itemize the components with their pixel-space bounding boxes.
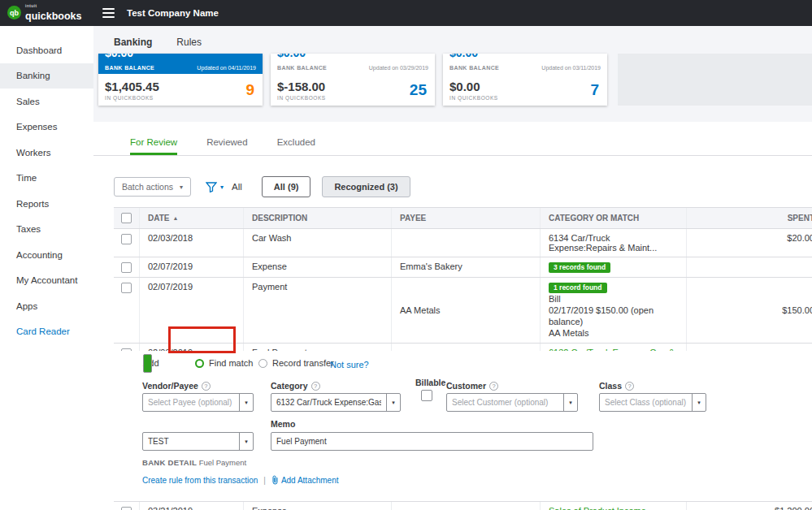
payee-value-select[interactable]: ▾ [142,432,254,451]
chevron-down-icon[interactable]: ▾ [386,394,400,411]
bank-detail: BANK DETAIL Fuel Payment [142,458,246,467]
bank-balance-label: BANK BALANCE [105,65,154,71]
cell-category: Sales of Product Income [541,502,687,510]
sidebar-item-accounting[interactable]: Accounting [0,242,93,268]
card-1-count: 9 [245,81,254,99]
cell-description: Expense [244,257,392,277]
card-3-bank-balance-clipped: $0.00 [443,54,607,61]
chevron-down-icon[interactable]: ▾ [239,394,253,411]
vendor-payee-select[interactable]: ▾ [142,393,254,412]
row-checkbox[interactable] [121,507,132,510]
vendor-payee-input[interactable] [143,394,239,411]
table-row[interactable]: 02/07/2019 Payment AA Metals 1 record fo… [114,278,812,344]
card-1-amount: $1,405.45 [105,80,159,93]
category-input[interactable] [271,394,386,411]
sidebar-item-taxes[interactable]: Taxes [0,217,93,243]
chevron-down-icon[interactable]: ▾ [239,433,253,450]
cell-description: Fuel Payment [244,344,392,351]
help-icon[interactable]: ? [625,382,634,391]
sidebar-item-dashboard[interactable]: Dashboard [0,37,93,63]
tab-rules[interactable]: Rules [176,37,202,48]
class-select[interactable]: ▾ [599,393,706,412]
card-3-strip: BANK BALANCE Updated on 03/11/2019 [443,61,607,74]
account-card-2[interactable]: $0.00 BANK BALANCE Updated on 03/29/2019… [271,54,435,106]
topbar: qb intuit quickbooks Test Company Name [0,0,812,26]
table-row-clipped[interactable]: 02/08/2019 Fuel Payment 6132 Car/Truck E… [114,344,812,351]
sidebar-item-sales[interactable]: Sales [0,89,93,115]
help-icon[interactable]: ? [311,382,320,391]
batch-actions-button[interactable]: Batch actions ▾ [114,177,191,197]
cell-payee [392,502,541,510]
table-row[interactable]: 02/03/2018 Car Wash 6134 Car/Truck Expen… [114,229,812,257]
cell-spent: $1,200.00 [687,502,812,510]
review-tabs: For Review Reviewed Excluded [93,122,812,156]
card-2-strip: BANK BALANCE Updated on 03/29/2019 [271,61,435,74]
header-date[interactable]: DATE▲ [140,208,244,228]
table-header-row: DATE▲ DESCRIPTION PAYEE CATEGORY OR MATC… [114,208,812,229]
radio-record-transfer-label: Record transfer [272,358,334,368]
panel-links: Create rule from this transaction | Add … [142,475,339,485]
sidebar-item-my-accountant[interactable]: My Accountant [0,268,93,294]
help-icon[interactable]: ? [489,382,498,391]
radio-icon [258,359,267,368]
chevron-down-icon[interactable]: ▾ [563,394,577,411]
link-separator: | [263,476,266,485]
sidebar-item-banking[interactable]: Banking [0,63,93,89]
memo-input[interactable] [271,432,593,451]
tab-banking[interactable]: Banking [114,37,152,48]
table-row[interactable]: 03/21/2019 Expense Sales of Product Inco… [114,502,812,510]
card-2-amount: $-158.00 [277,80,326,93]
sidebar-item-workers[interactable]: Workers [0,140,93,166]
customer-select[interactable]: ▾ [446,393,578,412]
tab-excluded[interactable]: Excluded [277,137,315,155]
help-icon[interactable]: ? [202,382,211,391]
select-all-checkbox[interactable] [121,213,132,223]
account-card-1[interactable]: $0.00 BANK BALANCE Updated on 04/11/2019… [98,54,263,106]
create-rule-link[interactable]: Create rule from this transaction [142,476,258,485]
banking-content: For Review Reviewed Excluded Batch actio… [93,122,812,510]
add-attachment-link[interactable]: Add Attachment [271,475,339,485]
billable-checkbox[interactable] [421,390,432,401]
row-checkbox[interactable] [121,283,132,293]
paperclip-icon [271,475,279,485]
bank-balance-label: BANK BALANCE [277,65,327,71]
filter-button[interactable]: ▾ [206,182,224,192]
category-select[interactable]: ▾ [271,393,401,412]
sidebar-item-reports[interactable]: Reports [0,191,93,217]
cell-category: 1 record found Bill 02/17/2019 $150.00 (… [541,278,687,343]
sidebar-item-card-reader[interactable]: Card Reader [0,319,93,345]
not-sure-link[interactable]: Not sure? [330,360,369,370]
sidebar-item-expenses[interactable]: Expenses [0,115,93,140]
row-checkbox[interactable] [121,262,132,273]
chevron-down-icon[interactable]: ▾ [692,394,706,411]
hamburger-menu-icon[interactable] [102,8,115,18]
radio-record-transfer[interactable]: Record transfer [258,358,334,368]
sidebar-item-apps[interactable]: Apps [0,293,93,319]
cell-description: Car Wash [244,229,392,257]
records-found-badge: 3 records found [549,262,610,273]
cell-date: 02/08/2019 [140,344,244,351]
radio-find-match[interactable]: Find match [195,358,253,368]
vendor-payee-label: Vendor/Payee? [142,381,211,391]
updated-date: Updated on 03/11/2019 [541,65,601,71]
payee-value-input[interactable] [143,433,239,450]
filter-chip-all[interactable]: All (9) [262,176,311,197]
cell-date: 02/03/2018 [140,229,244,257]
radio-add[interactable]: Add [143,358,159,368]
main-area: Banking Rules $0.00 BANK BALANCE Updated… [93,26,812,510]
cell-spent: $20.00 [687,229,812,257]
cards-background [618,54,812,106]
match-details: Bill 02/17/2019 $150.00 (open balance) A… [549,293,678,339]
filter-chip-recognized[interactable]: Recognized (3) [322,176,410,197]
sidebar-item-time[interactable]: Time [0,166,93,192]
chevron-down-icon: ▾ [220,184,224,191]
tab-reviewed[interactable]: Reviewed [206,137,248,155]
row-checkbox[interactable] [121,234,132,244]
table-row[interactable]: 02/07/2019 Expense Emma's Bakery 3 recor… [114,257,812,278]
transactions-table: DATE▲ DESCRIPTION PAYEE CATEGORY OR MATC… [114,207,812,510]
customer-input[interactable] [447,394,563,411]
tab-for-review[interactable]: For Review [130,137,177,155]
account-card-3[interactable]: $0.00 BANK BALANCE Updated on 03/11/2019… [443,54,607,106]
class-input[interactable] [600,394,692,411]
cell-payee: AA Metals [392,278,541,343]
